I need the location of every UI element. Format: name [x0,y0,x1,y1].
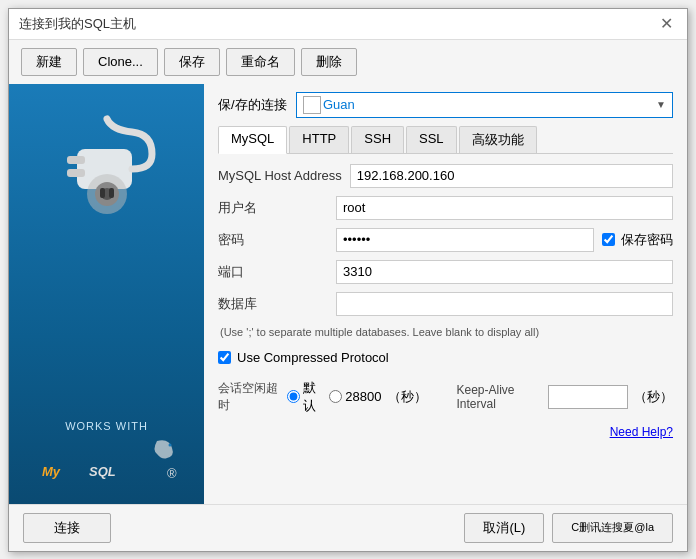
plug-icon [47,104,167,224]
new-button[interactable]: 新建 [21,48,77,76]
database-input[interactable] [336,292,673,316]
port-input[interactable] [336,260,673,284]
custom-radio[interactable] [329,390,342,403]
default-radio-label[interactable]: 默认 [287,379,324,415]
save-password-checkbox[interactable] [602,233,615,246]
save-button[interactable]: 保存 [164,48,220,76]
works-with-text: WORKS WITH [37,420,177,432]
user-row: 用户名 [218,196,673,220]
dialog-title: 连接到我的SQL主机 [19,15,136,33]
default-radio-text: 默认 [303,379,324,415]
main-dialog: 连接到我的SQL主机 ✕ 新建 Clone... 保存 重命名 删除 [8,8,688,552]
svg-rect-2 [67,169,85,177]
keepalive-group: Keep-Alive Interval （秒） [457,383,674,411]
compressed-row: Use Compressed Protocol [218,350,673,365]
saved-connection-label: 保/存的连接 [218,96,288,114]
tab-bar: MySQL HTTP SSH SSL 高级功能 [218,126,673,154]
saved-connection-select[interactable]: ▼ [296,92,673,118]
session-unit: （秒） [388,388,427,406]
session-label: 会话空闲超时 [218,380,281,414]
host-row: MySQL Host Address [218,164,673,188]
saved-connection-row: 保/存的连接 ▼ [218,92,673,118]
bottom-right-buttons: 取消(L) C删讯连搜夏@la [464,513,673,543]
database-row: 数据库 [218,292,673,316]
user-label: 用户名 [218,199,328,217]
clone-button[interactable]: Clone... [83,48,158,76]
port-row: 端口 [218,260,673,284]
password-input[interactable] [336,228,594,252]
svg-text:®: ® [167,466,177,481]
svg-text:SQL: SQL [89,464,116,479]
bottom-bar: 连接 取消(L) C删讯连搜夏@la [9,504,687,551]
saved-connection-input[interactable] [323,97,656,112]
connect-button[interactable]: 连接 [23,513,111,543]
keepalive-input[interactable] [548,385,628,409]
custom-radio-text: 28800 [345,389,381,404]
svg-point-11 [168,443,171,446]
compressed-checkbox[interactable] [218,351,231,364]
cancel-button[interactable]: 取消(L) [464,513,544,543]
svg-text:My: My [42,464,61,479]
tab-ssh[interactable]: SSH [351,126,404,153]
need-help-link[interactable]: Need Help? [218,425,673,439]
svg-rect-6 [100,188,105,198]
database-hint: (Use ';' to separate multiple databases.… [218,326,673,338]
custom-radio-label[interactable]: 28800 [329,389,381,404]
save-password-label: 保存密码 [621,231,673,249]
compressed-label: Use Compressed Protocol [237,350,389,365]
color-indicator [303,96,321,114]
mysql-branding: WORKS WITH My SQL ® [37,420,177,489]
content-area: WORKS WITH My SQL ® 保/存的连接 [9,84,687,504]
host-input[interactable] [350,164,673,188]
session-row: 会话空闲超时 默认 28800 （秒） Keep-Alive Interval … [218,379,673,415]
database-label: 数据库 [218,295,328,313]
password-label: 密码 [218,231,328,249]
session-group: 会话空闲超时 默认 28800 （秒） [218,379,427,415]
keepalive-unit: （秒） [634,388,673,406]
title-bar: 连接到我的SQL主机 ✕ [9,9,687,40]
svg-rect-7 [109,188,114,198]
mysql-logo: My SQL ® [37,436,177,489]
right-panel: 保/存的连接 ▼ MySQL HTTP SSH SSL 高级功能 MySQL H… [204,84,687,504]
dropdown-arrow-icon[interactable]: ▼ [656,99,666,110]
tab-http[interactable]: HTTP [289,126,349,153]
close-alt-button[interactable]: C删讯连搜夏@la [552,513,673,543]
tab-advanced[interactable]: 高级功能 [459,126,537,153]
user-input[interactable] [336,196,673,220]
tab-mysql[interactable]: MySQL [218,126,287,154]
rename-button[interactable]: 重命名 [226,48,295,76]
keepalive-label: Keep-Alive Interval [457,383,543,411]
left-panel: WORKS WITH My SQL ® [9,84,204,504]
port-label: 端口 [218,263,328,281]
host-label: MySQL Host Address [218,168,342,183]
delete-button[interactable]: 删除 [301,48,357,76]
tab-ssl[interactable]: SSL [406,126,457,153]
toolbar: 新建 Clone... 保存 重命名 删除 [9,40,687,84]
svg-rect-1 [67,156,85,164]
default-radio[interactable] [287,390,300,403]
save-password-row: 保存密码 [602,231,673,249]
close-button[interactable]: ✕ [656,16,677,32]
password-row: 密码 保存密码 [218,228,673,252]
